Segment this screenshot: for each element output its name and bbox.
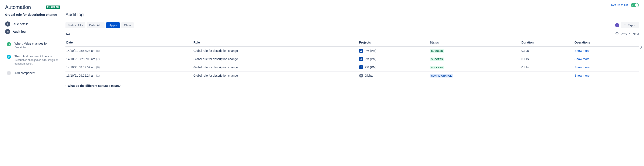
cell-operations: Show more [574, 72, 639, 80]
cell-project: PM (PM) [358, 55, 429, 63]
cell-project: PM (PM) [358, 46, 429, 55]
trigger-icon [6, 42, 12, 47]
return-to-list-link[interactable]: Return to list [611, 3, 628, 7]
slide-right-arrow[interactable] [638, 42, 644, 52]
status-badge: SUCCESS [430, 57, 444, 61]
cell-status: SUCCESS [429, 63, 520, 72]
cell-rule: Global rule for description change [192, 63, 358, 72]
cell-operations: Show more [574, 46, 639, 55]
table-row: 14/10/21 08:57:52 am (6)Global rule for … [66, 63, 639, 72]
list-icon [5, 29, 10, 34]
step-desc: Description changed on edit, assign or t… [14, 58, 60, 66]
status-legend-expander[interactable]: › What do the different statuses mean? [66, 84, 639, 87]
rule-name: Global rule for description change [5, 13, 60, 16]
export-icon [624, 23, 626, 27]
show-more-link[interactable]: Show more [574, 49, 590, 52]
pager: Prev 1 Next [615, 32, 639, 36]
col-projects: Projects [358, 39, 429, 46]
svg-point-5 [8, 56, 9, 57]
chevron-down-icon: ▾ [102, 24, 102, 26]
cell-rule: Global rule for description change [192, 55, 358, 63]
cell-duration: 0.41s [520, 63, 574, 72]
project-avatar-icon [359, 65, 363, 69]
step-desc: Description [14, 46, 48, 49]
cell-duration [520, 72, 574, 80]
col-rule: Rule [192, 39, 358, 46]
enabled-badge: ENABLED [46, 5, 60, 9]
cell-status: SUCCESS [429, 55, 520, 63]
cell-project: PM (PM) [358, 63, 429, 72]
chevron-down-icon: ▾ [82, 24, 83, 26]
add-component-label: Add component [14, 71, 35, 75]
globe-icon [359, 74, 363, 77]
col-date: Date [66, 39, 192, 46]
svg-point-10 [361, 58, 362, 59]
export-label: Export [628, 23, 636, 27]
rule-step-trigger[interactable]: When: Value changes for Description [6, 42, 60, 54]
date-filter-dropdown[interactable]: Date: All ▾ [87, 22, 104, 28]
cell-date: 14/10/21 08:57:52 am (6) [66, 63, 192, 72]
cell-rule: Global rule for description change [192, 72, 358, 80]
show-more-link[interactable]: Show more [574, 74, 590, 77]
chevron-right-icon: › [66, 84, 66, 87]
cell-project: Global [358, 72, 429, 80]
info-icon [5, 21, 10, 26]
section-title: Audit log [66, 12, 639, 17]
action-icon [6, 54, 12, 59]
col-duration: Duration [520, 39, 574, 46]
checkmark-icon: ✓ [632, 3, 634, 6]
status-badge: SUCCESS [430, 49, 444, 53]
filter-label: Date: All [89, 23, 100, 27]
svg-rect-1 [8, 24, 8, 25]
export-button[interactable]: Export [621, 22, 639, 28]
step-title: When: Value changes for [14, 42, 48, 45]
project-avatar-icon [359, 57, 363, 61]
page-title: Automation [5, 4, 31, 10]
status-badge: CONFIG CHANGE [430, 74, 453, 77]
help-info-icon[interactable]: i [615, 23, 619, 27]
cell-date: 13/10/21 09:22:24 am (1) [66, 72, 192, 80]
rule-step-action[interactable]: Then: Add comment to issue Description c… [6, 54, 60, 71]
table-row: 14/10/21 08:58:24 am (8)Global rule for … [66, 46, 639, 55]
table-row: 14/10/21 08:58:03 am (7)Global rule for … [66, 55, 639, 63]
show-more-link[interactable]: Show more [574, 57, 590, 61]
project-avatar-icon [359, 49, 363, 53]
sidebar-item-label: Audit log [13, 30, 26, 33]
cell-duration: 0.10s [520, 46, 574, 55]
status-badge: SUCCESS [430, 66, 444, 69]
cell-status: CONFIG CHANGE [429, 72, 520, 80]
svg-point-11 [361, 66, 362, 67]
svg-point-9 [361, 50, 362, 51]
svg-point-6 [8, 56, 10, 58]
clear-button[interactable]: Clear [121, 22, 134, 28]
current-page: 1 [629, 32, 630, 36]
table-row: 13/10/21 09:22:24 am (1)Global rule for … [66, 72, 639, 80]
audit-log-table: Date Rule Projects Status Duration Opera… [66, 39, 639, 80]
step-title: Then: Add comment to issue [14, 55, 60, 58]
connector-line [9, 47, 9, 55]
cell-rule: Global rule for description change [192, 46, 358, 55]
main-content: Return to list ✓ Audit log Status: All ▾… [66, 4, 639, 87]
col-status: Status [429, 39, 520, 46]
sidebar-item-label: Rule details [13, 22, 28, 26]
sidebar: Automation ENABLED Global rule for descr… [5, 4, 60, 87]
cell-status: SUCCESS [429, 46, 520, 55]
toggle-knob [635, 3, 638, 7]
next-page-link[interactable]: Next [633, 32, 639, 36]
col-operations: Operations [574, 39, 639, 46]
refresh-icon[interactable] [615, 32, 619, 36]
add-component-button[interactable]: Add component [5, 70, 60, 76]
result-count: 1-4 [66, 32, 70, 36]
status-filter-dropdown[interactable]: Status: All ▾ [66, 22, 85, 28]
apply-button[interactable]: Apply [106, 22, 120, 28]
prev-page-link[interactable]: Prev [621, 32, 627, 36]
cell-duration: 0.11s [520, 55, 574, 63]
rule-enabled-toggle[interactable]: ✓ [631, 3, 639, 7]
cell-operations: Show more [574, 55, 639, 63]
show-more-link[interactable]: Show more [574, 66, 590, 69]
svg-point-0 [8, 23, 8, 23]
filter-label: Status: All [68, 23, 81, 27]
divider [5, 38, 60, 38]
sidebar-item-rule-details[interactable]: Rule details [5, 20, 60, 28]
sidebar-item-audit-log[interactable]: Audit log [5, 28, 60, 35]
